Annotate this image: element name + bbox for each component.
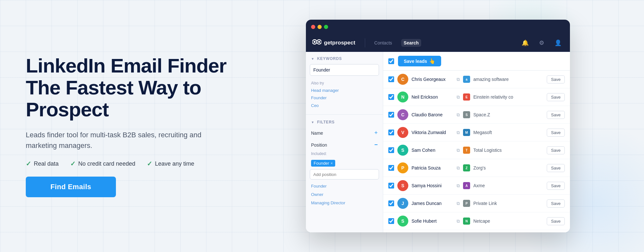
row-checkbox-2[interactable] bbox=[388, 112, 394, 118]
suggestion-owner[interactable]: Owner bbox=[311, 190, 378, 199]
bell-icon[interactable]: 🔔 bbox=[520, 39, 531, 46]
svg-point-3 bbox=[318, 41, 320, 43]
add-position-input[interactable] bbox=[310, 169, 379, 179]
keyword-input[interactable] bbox=[310, 64, 379, 76]
save-lead-button-8[interactable]: Save bbox=[547, 217, 565, 225]
select-all-checkbox[interactable] bbox=[388, 58, 394, 64]
also-try-ceo[interactable]: Ceo bbox=[311, 102, 378, 109]
save-leads-label: Save leads bbox=[404, 59, 427, 64]
avatar: P bbox=[397, 162, 408, 173]
keywords-toggle[interactable]: ▼ bbox=[311, 57, 315, 61]
copy-icon[interactable]: ⧉ bbox=[457, 201, 460, 206]
copy-icon[interactable]: ⧉ bbox=[457, 130, 460, 135]
feature-label-3: Leave any time bbox=[155, 160, 194, 167]
header-divider bbox=[365, 38, 365, 47]
feature-label-2: No credit card needed bbox=[78, 160, 135, 167]
row-checkbox-4[interactable] bbox=[388, 147, 394, 153]
feature-real-data: ✓ Real data bbox=[26, 160, 59, 168]
save-lead-button-2[interactable]: Save bbox=[547, 111, 565, 119]
suggestion-managing-director[interactable]: Managing Director bbox=[311, 199, 378, 207]
save-lead-button-4[interactable]: Save bbox=[547, 146, 565, 154]
suggestion-founder[interactable]: Founder bbox=[311, 182, 378, 190]
copy-icon[interactable]: ⧉ bbox=[457, 112, 460, 118]
company-name: Zorg's bbox=[473, 165, 544, 170]
keyword-input-wrap bbox=[306, 64, 383, 80]
company-logo: A bbox=[463, 182, 470, 189]
avatar: N bbox=[397, 92, 408, 102]
position-filter-remove[interactable]: − bbox=[374, 141, 378, 148]
find-emails-button[interactable]: Find Emails bbox=[26, 177, 116, 197]
save-lead-button-5[interactable]: Save bbox=[547, 164, 565, 172]
copy-icon[interactable]: ⧉ bbox=[457, 148, 460, 153]
save-lead-button-1[interactable]: Save bbox=[547, 93, 565, 101]
row-checkbox-7[interactable] bbox=[388, 200, 394, 206]
position-tag-founder: Founder × bbox=[311, 160, 335, 167]
position-suggestions: Founder Owner Managing Director bbox=[306, 179, 383, 208]
row-checkbox-0[interactable] bbox=[388, 76, 394, 82]
also-try-founder[interactable]: Founder bbox=[311, 94, 378, 102]
table-row: C Chris Georgeaux ⧉ a amazing software S… bbox=[383, 71, 570, 88]
copy-icon[interactable]: ⧉ bbox=[457, 165, 460, 171]
logo-icon bbox=[312, 38, 321, 47]
nav-contacts[interactable]: Contacts bbox=[372, 39, 394, 47]
avatar: S bbox=[397, 216, 408, 227]
row-checkbox-6[interactable] bbox=[388, 183, 394, 189]
avatar: J bbox=[397, 198, 408, 209]
feature-label-1: Real data bbox=[34, 160, 59, 167]
save-lead-button-6[interactable]: Save bbox=[547, 182, 565, 190]
browser-window: getprospect Contacts Search 🔔 ⚙ 👤 ▼ KEYW… bbox=[306, 20, 570, 232]
person-name: Samya Hossini bbox=[412, 183, 453, 188]
copy-icon[interactable]: ⧉ bbox=[457, 77, 460, 82]
also-try-head-manager[interactable]: Head manager bbox=[311, 87, 378, 94]
person-name: Sofie Hubert bbox=[412, 218, 453, 224]
nav-search[interactable]: Search bbox=[401, 39, 421, 47]
save-lead-button-7[interactable]: Save bbox=[547, 199, 565, 208]
table-row: S Sam Cohen ⧉ T Total Logistics Save bbox=[383, 141, 570, 159]
cursor-hand: 👆 bbox=[429, 58, 435, 64]
name-filter-add[interactable]: + bbox=[374, 130, 378, 136]
copy-icon[interactable]: ⧉ bbox=[457, 218, 460, 224]
browser-chrome bbox=[306, 20, 570, 34]
table-row: S Sofie Hubert ⧉ N Netcape Save bbox=[383, 212, 570, 230]
person-name: Neil Erickson bbox=[412, 94, 453, 100]
row-checkbox-3[interactable] bbox=[388, 130, 394, 135]
table-row: V Viktoria Zumwald ⧉ M Megasoft Save bbox=[383, 124, 570, 141]
maximize-dot[interactable] bbox=[324, 25, 328, 29]
also-try-label: Also try bbox=[311, 81, 378, 85]
copy-icon[interactable]: ⧉ bbox=[457, 94, 460, 100]
close-dot[interactable] bbox=[311, 25, 315, 29]
person-name: Viktoria Zumwald bbox=[412, 130, 453, 135]
feature-no-cc: ✓ No credit card needed bbox=[70, 160, 135, 168]
company-name: Einstein relativity co bbox=[473, 94, 544, 100]
copy-icon[interactable]: ⧉ bbox=[457, 183, 460, 189]
position-tags: Founder × bbox=[306, 159, 383, 169]
keywords-section-header: ▼ KEYWORDS bbox=[306, 52, 383, 64]
save-leads-button[interactable]: Save leads 👆 bbox=[398, 56, 441, 66]
logo-area: getprospect bbox=[312, 38, 355, 47]
position-included-label: Included: bbox=[306, 151, 383, 159]
person-name: Chris Georgeaux bbox=[412, 77, 453, 82]
company-logo: N bbox=[463, 218, 470, 225]
company-logo: a bbox=[463, 76, 470, 83]
position-filter-label: Position bbox=[311, 142, 327, 148]
filters-panel: ▼ KEYWORDS Also try Head manager Founder… bbox=[306, 52, 383, 232]
filters-toggle[interactable]: ▼ bbox=[311, 121, 315, 124]
minimize-dot[interactable] bbox=[317, 25, 322, 29]
row-checkbox-8[interactable] bbox=[388, 218, 394, 224]
company-name: Space.Z bbox=[473, 112, 544, 117]
app-body: ▼ KEYWORDS Also try Head manager Founder… bbox=[306, 52, 570, 232]
logo-text: getprospect bbox=[324, 40, 355, 46]
row-checkbox-1[interactable] bbox=[388, 94, 394, 100]
company-name: Private Link bbox=[473, 201, 544, 206]
gear-icon[interactable]: ⚙ bbox=[537, 39, 546, 46]
save-lead-button-3[interactable]: Save bbox=[547, 129, 565, 137]
company-name: Megasoft bbox=[473, 130, 544, 135]
user-icon[interactable]: 👤 bbox=[553, 39, 564, 46]
company-logo: Z bbox=[463, 164, 470, 171]
tag-label: Founder bbox=[314, 161, 329, 166]
main-heading: LinkedIn Email Finder The Fastest Way to… bbox=[26, 55, 238, 121]
save-lead-button-0[interactable]: Save bbox=[547, 75, 565, 83]
tag-remove-founder[interactable]: × bbox=[330, 161, 333, 166]
page-wrapper: LinkedIn Email Finder The Fastest Way to… bbox=[0, 0, 644, 252]
row-checkbox-5[interactable] bbox=[388, 165, 394, 171]
